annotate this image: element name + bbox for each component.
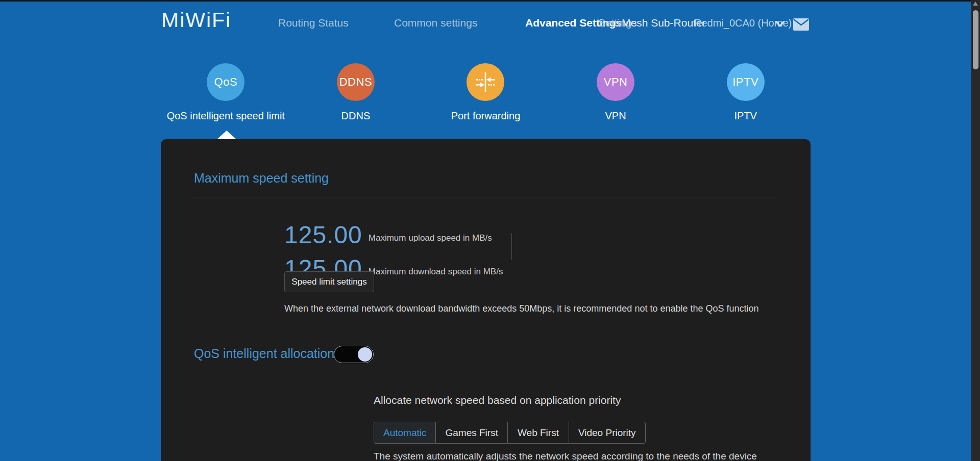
feature-port-forwarding[interactable]: Port forwarding [421, 63, 551, 122]
vertical-divider [511, 233, 512, 260]
feature-iptv[interactable]: IPTV IPTV [680, 63, 811, 122]
nav-item-mesh-sub-router[interactable]: Mesh Sub-Router [622, 17, 706, 29]
speed-limit-settings-button[interactable]: Speed limit settings [284, 271, 374, 292]
chevron-down-icon[interactable] [775, 20, 785, 30]
qos-allocation-title: QoS intelligent allocation [194, 346, 334, 361]
qos-icon: QoS [207, 63, 244, 101]
ddns-icon: DDNS [337, 63, 375, 101]
port-forwarding-icon [467, 63, 504, 101]
top-nav: MiWiFi Routing Status Common settings Ad… [0, 0, 971, 41]
page-scrollbar[interactable] [971, 0, 980, 461]
qos-note-text: When the external network download bandw… [284, 303, 759, 314]
upload-speed-label: Maximum upload speed in MB/s [369, 233, 492, 243]
max-speed-section-title: Maximum speed setting [194, 171, 329, 186]
qos-settings-panel: Maximum speed setting 125.00 Maximum upl… [161, 139, 811, 461]
tab-automatic[interactable]: Automatic [374, 422, 436, 443]
feature-ddns[interactable]: DDNS DDNS [291, 63, 421, 122]
feature-vpn[interactable]: VPN VPN [551, 63, 681, 122]
speed-values-row: 125.00 Maximum upload speed in MB/s 125.… [284, 221, 744, 249]
feature-label-port-forwarding: Port forwarding [451, 110, 521, 122]
advanced-settings-feature-row: QoS QoS intelligent speed limit DDNS DDN… [161, 63, 811, 122]
priority-tabs: Automatic Games First Web First Video Pr… [374, 422, 646, 444]
feature-label-qos: QoS intelligent speed limit [167, 110, 285, 122]
active-feature-pointer-triangle [216, 131, 237, 140]
feature-label-iptv: IPTV [734, 110, 756, 122]
tab-games-first[interactable]: Games First [436, 422, 507, 443]
upload-speed-value: 125.00 [284, 221, 362, 249]
nav-item-common-settings[interactable]: Common settings [394, 17, 477, 29]
tab-web-first[interactable]: Web First [508, 422, 569, 443]
download-speed-label: Maximum download speed in MB/s [369, 267, 503, 277]
feature-label-ddns: DDNS [341, 110, 371, 122]
allocation-subtitle: Allocate network speed based on applicat… [374, 394, 621, 406]
scroll-up-arrow-icon[interactable] [973, 2, 978, 6]
nav-item-routing-status[interactable]: Routing Status [278, 17, 349, 29]
mail-icon[interactable] [793, 18, 809, 33]
iptv-icon: IPTV [727, 63, 765, 101]
qos-allocation-toggle[interactable] [334, 346, 374, 363]
divider [194, 197, 777, 197]
divider [194, 372, 777, 372]
toggle-knob [358, 347, 372, 362]
feature-qos[interactable]: QoS QoS intelligent speed limit [161, 63, 291, 122]
feature-label-vpn: VPN [605, 110, 626, 122]
scrollbar-thumb[interactable] [973, 10, 978, 69]
miwifi-logo: MiWiFi [161, 8, 231, 32]
automatic-mode-description: The system automatically adjusts the net… [374, 451, 757, 461]
tab-video-priority[interactable]: Video Priority [569, 422, 645, 443]
vpn-icon: VPN [597, 63, 634, 101]
